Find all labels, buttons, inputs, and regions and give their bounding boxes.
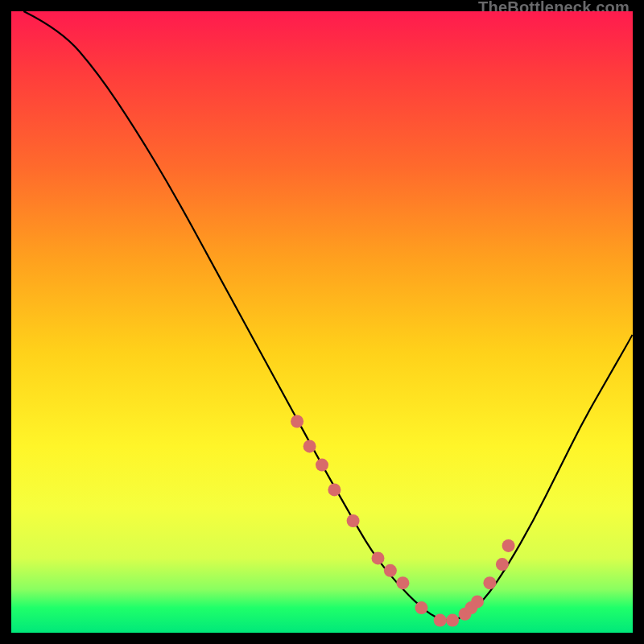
chart-frame xyxy=(11,11,633,633)
chart-background-gradient xyxy=(11,11,633,633)
